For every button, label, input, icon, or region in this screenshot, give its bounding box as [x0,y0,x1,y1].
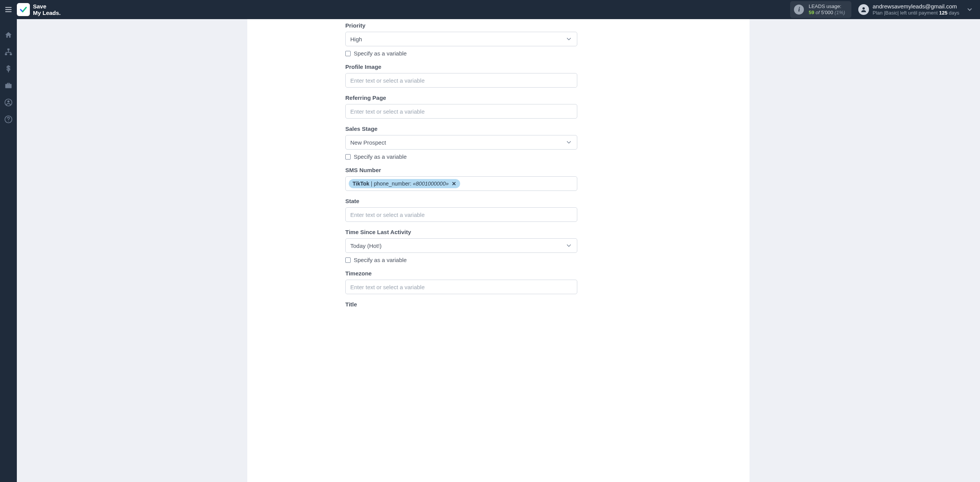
pill-remove-icon[interactable]: ✕ [452,181,456,187]
content-scroll[interactable]: Priority High Specify as a variable Prof… [17,19,980,482]
brand-logo[interactable]: Save My Leads. [17,3,61,16]
svg-rect-5 [5,54,7,55]
field-sales-stage: Sales Stage New Prospect Specify as a va… [345,125,577,160]
user-menu[interactable]: andrewsavemyleads@gmail.com Plan |Basic|… [858,3,960,16]
field-profile-image: Profile Image [345,64,577,88]
svg-point-10 [8,121,9,122]
label-state: State [345,198,577,204]
label-profile-image: Profile Image [345,64,577,70]
sidebar-item-billing[interactable] [0,60,17,77]
checkbox-icon [345,257,351,263]
field-time-since: Time Since Last Activity Today (Hot!) Sp… [345,229,577,263]
usage-percent: (1%) [835,10,845,15]
field-timezone: Timezone [345,270,577,294]
chevron-down-icon [565,36,572,42]
app-header: Save My Leads. i LEADS usage: 59 of 5'00… [0,0,980,19]
label-priority: Priority [345,22,577,29]
label-title: Title [345,301,577,308]
label-time-since: Time Since Last Activity [345,229,577,235]
field-sms-number: SMS Number TikTok | phone_number: «80010… [345,167,577,191]
hamburger-icon [4,5,13,14]
field-referring-page: Referring Page [345,94,577,119]
input-referring-page[interactable] [345,104,577,119]
sidebar-item-account[interactable] [0,94,17,111]
input-profile-image[interactable] [345,73,577,88]
usage-used: 59 [808,10,814,15]
input-timezone[interactable] [345,280,577,294]
field-state: State [345,198,577,222]
info-icon: i [794,5,804,15]
select-sales-stage[interactable]: New Prospect [345,135,577,150]
checkbox-priority-variable[interactable]: Specify as a variable [345,50,577,57]
checkbox-icon [345,51,351,56]
sidebar-item-integrations[interactable] [0,77,17,94]
menu-button[interactable] [0,0,17,19]
svg-rect-4 [7,49,10,50]
label-sms-number: SMS Number [345,167,577,173]
input-sms-number[interactable]: TikTok | phone_number: «8001000000» ✕ [345,176,577,191]
question-circle-icon [4,115,13,124]
sidebar-item-connections[interactable] [0,44,17,60]
home-icon [4,31,13,39]
sidebar-item-home[interactable] [0,27,17,44]
user-avatar-icon [858,4,869,15]
variable-pill-sms[interactable]: TikTok | phone_number: «8001000000» ✕ [349,179,460,188]
dollar-icon [4,65,13,73]
logo-icon [17,3,30,16]
brand-name: Save My Leads. [33,3,61,16]
field-priority: Priority High Specify as a variable [345,22,577,57]
sitemap-icon [4,48,13,56]
checkbox-icon [345,154,351,160]
sidebar [0,19,17,482]
chevron-down-icon [565,139,572,146]
svg-rect-6 [10,54,12,55]
checkbox-time-since-variable[interactable]: Specify as a variable [345,257,577,263]
svg-point-8 [7,101,10,103]
select-priority[interactable]: High [345,32,577,46]
briefcase-icon [4,81,13,90]
select-time-since[interactable]: Today (Hot!) [345,238,577,253]
usage-label: LEADS usage: [808,3,845,10]
leads-usage-box[interactable]: i LEADS usage: 59 of 5'000 (1%) [790,1,851,18]
usage-of: of [816,10,820,15]
form-panel: Priority High Specify as a variable Prof… [247,19,750,482]
user-email: andrewsavemyleads@gmail.com [873,3,960,10]
label-timezone: Timezone [345,270,577,277]
usage-total: 5'000 [821,10,833,15]
svg-point-3 [862,7,865,10]
header-chevron-down-icon[interactable] [966,6,973,13]
user-circle-icon [4,98,13,107]
input-state[interactable] [345,207,577,222]
sidebar-item-help[interactable] [0,111,17,128]
label-sales-stage: Sales Stage [345,125,577,132]
field-title: Title [345,301,577,308]
checkbox-sales-stage-variable[interactable]: Specify as a variable [345,153,577,160]
user-plan: Plan |Basic| left until payment 125 days [873,10,960,16]
label-referring-page: Referring Page [345,94,577,101]
chevron-down-icon [565,242,572,249]
